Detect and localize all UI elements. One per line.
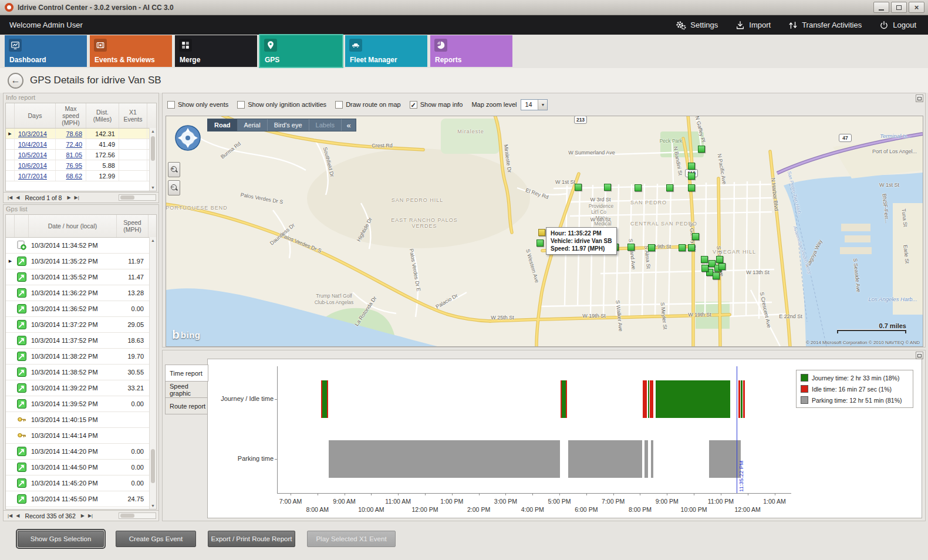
nav-tile-events-reviews[interactable]: Events & Reviews xyxy=(90,35,172,67)
info-report-row[interactable]: 10/4/201472.4041.49 xyxy=(6,139,156,150)
gps-list-row[interactable]: 10/3/2014 11:39:22 PM33.21 xyxy=(6,380,156,396)
gps-list-row[interactable]: 10/3/2014 11:34:52 PM xyxy=(6,238,156,254)
maximize-button[interactable] xyxy=(891,2,907,13)
zoom-in-button[interactable]: + xyxy=(168,162,180,177)
pager-prev-button[interactable]: ◀ xyxy=(14,195,21,200)
scroll-up-icon[interactable]: ▲ xyxy=(150,128,156,134)
chevron-down-icon[interactable]: ▼ xyxy=(538,100,547,110)
gps-marker[interactable] xyxy=(648,244,655,251)
collapse-map-panel-button[interactable] xyxy=(916,95,923,102)
map-style-tab-labels[interactable]: Labels xyxy=(309,119,342,131)
gps-marker[interactable] xyxy=(635,184,642,191)
map-style-collapse-button[interactable]: « xyxy=(342,119,356,131)
max-speed-link[interactable]: 78.68 xyxy=(66,130,82,137)
max-speed-link[interactable]: 76.95 xyxy=(66,162,82,169)
gps-list-row[interactable]: 10/3/2014 11:44:20 PM0.00 xyxy=(6,444,156,460)
col-speed[interactable]: Speed (MPH) xyxy=(117,215,149,237)
checkbox-show-map-info[interactable]: ✓Show map info xyxy=(410,101,463,109)
scroll-up-icon[interactable]: ▲ xyxy=(150,237,156,244)
tab-speed-graphic[interactable]: Speed graphic xyxy=(165,381,208,398)
gps-list-row[interactable]: 10/3/2014 11:40:15 PM xyxy=(6,412,156,428)
col-days[interactable]: Days xyxy=(15,103,56,128)
gps-marker[interactable] xyxy=(698,146,705,153)
info-report-row[interactable]: 10/7/201468.6212.99 xyxy=(6,171,156,181)
pager-prev-button[interactable]: ◀ xyxy=(14,513,21,518)
gps-list-row[interactable]: 10/3/2014 11:44:50 PM0.00 xyxy=(6,460,156,475)
gps-list-row[interactable]: 10/3/2014 11:37:22 PM29.05 xyxy=(6,317,156,333)
pager-scrollbar[interactable] xyxy=(119,512,156,519)
gps-marker[interactable] xyxy=(688,244,695,251)
info-report-row[interactable]: 10/5/201481.05172.56 xyxy=(6,150,156,160)
nav-tile-dashboard[interactable]: Dashboard xyxy=(5,35,87,67)
col-dist[interactable]: Dist. (Miles) xyxy=(86,103,119,128)
day-link[interactable]: 10/3/2014 xyxy=(18,130,47,137)
nav-tile-fleet-manager[interactable]: Fleet Manager xyxy=(345,35,427,67)
checkbox-show-only-events[interactable]: Show only events xyxy=(167,101,228,109)
gps-list-row[interactable]: 10/3/2014 11:36:52 PM0.00 xyxy=(6,301,156,317)
collapse-chart-panel-button[interactable] xyxy=(916,352,923,359)
map-zoom-dropdown[interactable]: 14 ▼ xyxy=(521,99,548,110)
topbar-action-logout[interactable]: Logout xyxy=(879,21,916,30)
gps-marker[interactable] xyxy=(688,163,695,170)
nav-tile-gps[interactable]: GPS xyxy=(260,35,342,67)
tab-time-report[interactable]: Time report xyxy=(165,365,208,382)
gps-list-row[interactable]: 10/3/2014 11:38:22 PM19.70 xyxy=(6,349,156,365)
gps-marker[interactable] xyxy=(688,184,695,191)
topbar-action-transfer-activities[interactable]: Transfer Activities xyxy=(788,21,862,30)
day-link[interactable]: 10/7/2014 xyxy=(18,173,47,180)
gps-marker[interactable] xyxy=(692,233,699,240)
pager-first-button[interactable]: |◀ xyxy=(6,513,14,518)
topbar-action-import[interactable]: Import xyxy=(735,21,771,30)
checkbox-box[interactable] xyxy=(167,101,175,109)
scroll-down-icon[interactable]: ▼ xyxy=(150,184,156,191)
map-style-tab-road[interactable]: Road xyxy=(208,119,238,131)
gps-list-row[interactable]: 10/3/2014 11:37:52 PM18.63 xyxy=(6,333,156,349)
time-cursor[interactable]: 11:35:22 PM xyxy=(737,366,737,493)
col-max-speed[interactable]: Max speed (MPH) xyxy=(56,103,86,128)
gps-list-row[interactable]: 10/3/2014 11:45:20 PM0.00 xyxy=(6,475,156,491)
pager-last-button[interactable]: ▶| xyxy=(86,513,95,518)
zoom-out-button[interactable]: − xyxy=(168,180,180,195)
checkbox-box[interactable] xyxy=(335,101,343,109)
tab-route-report[interactable]: Route report xyxy=(165,397,208,414)
back-button[interactable]: ← xyxy=(8,73,23,89)
info-report-row[interactable]: ▶10/3/201478.68142.31 xyxy=(6,129,156,139)
gps-list-row[interactable]: 10/3/2014 11:44:14 PM xyxy=(6,428,156,444)
max-speed-link[interactable]: 68.62 xyxy=(66,173,82,180)
map-canvas[interactable]: MiralestePeck ParkW Summerland AveCrest … xyxy=(166,116,923,347)
day-link[interactable]: 10/4/2014 xyxy=(18,141,47,148)
create-gps-event-button[interactable]: Create Gps Event xyxy=(116,531,196,547)
max-speed-link[interactable]: 72.40 xyxy=(66,141,82,148)
map-compass-control[interactable] xyxy=(174,124,201,154)
selected-gps-marker[interactable] xyxy=(538,229,545,236)
map-style-tab-bird-s-eye[interactable]: Bird's eye xyxy=(268,119,309,131)
gps-list-row[interactable]: ▶10/3/2014 11:35:22 PM11.97 xyxy=(6,254,156,269)
max-speed-link[interactable]: 81.05 xyxy=(66,151,82,158)
day-link[interactable]: 10/5/2014 xyxy=(18,151,47,158)
gps-marker[interactable] xyxy=(666,184,673,191)
checkbox-show-only-ignition-activities[interactable]: Show only ignition activities xyxy=(237,101,326,109)
col-date-hour[interactable]: Date / hour (local) xyxy=(29,215,117,237)
gps-list-row[interactable]: 10/3/2014 11:46:20 PM17.93 xyxy=(6,507,156,510)
close-button[interactable]: × xyxy=(909,2,924,13)
nav-tile-merge[interactable]: Merge xyxy=(175,35,257,67)
show-gps-selection-button[interactable]: Show Gps Selection xyxy=(18,531,104,547)
export-print-route-report-button[interactable]: Export / Print Route Report xyxy=(208,531,295,547)
info-report-row[interactable]: 10/6/201476.955.88 xyxy=(6,160,156,171)
checkbox-draw-route-on-map[interactable]: Draw route on map xyxy=(335,101,401,109)
minimize-button[interactable] xyxy=(873,2,889,13)
gps-list-row[interactable]: 10/3/2014 11:45:50 PM24.75 xyxy=(6,491,156,507)
gps-marker[interactable] xyxy=(701,265,708,272)
gps-table-scrollbar[interactable]: ▲ ▼ xyxy=(149,237,156,509)
gps-marker[interactable] xyxy=(627,244,635,251)
gps-marker[interactable] xyxy=(688,173,695,180)
gps-marker[interactable] xyxy=(604,184,611,191)
gps-list-row[interactable]: 10/3/2014 11:39:52 PM0.00 xyxy=(6,396,156,412)
checkbox-box[interactable] xyxy=(237,101,245,109)
pager-next-button[interactable]: ▶ xyxy=(79,513,86,518)
gps-marker[interactable] xyxy=(716,256,723,263)
day-link[interactable]: 10/6/2014 xyxy=(18,162,47,169)
gps-list-row[interactable]: 10/3/2014 11:38:52 PM30.55 xyxy=(6,365,156,380)
topbar-action-settings[interactable]: Settings xyxy=(676,20,718,31)
pager-first-button[interactable]: |◀ xyxy=(6,195,14,200)
